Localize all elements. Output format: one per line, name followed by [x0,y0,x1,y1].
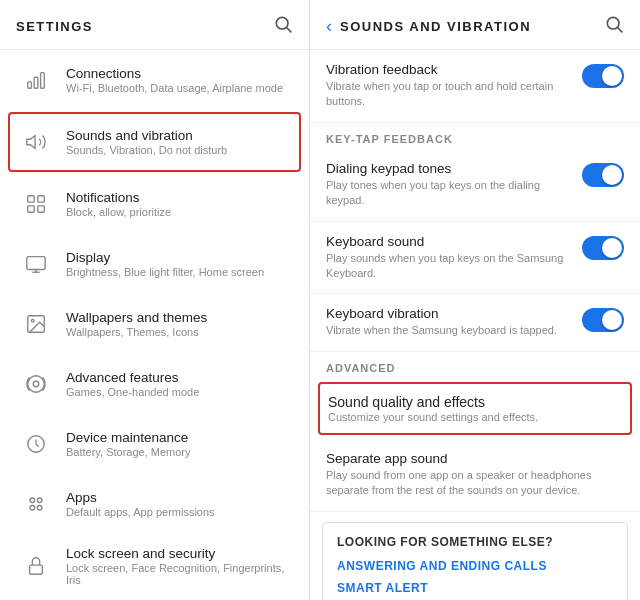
dialing-keypad-row[interactable]: Dialing keypad tones Play tones when you… [310,149,640,222]
vibration-feedback-row[interactable]: Vibration feedback Vibrate when you tap … [310,50,640,123]
left-header-title: SETTINGS [16,19,93,34]
keyboard-sound-text: Keyboard sound Play sounds when you tap … [326,234,582,282]
display-icon [18,246,54,282]
right-header-title: SOUNDS AND VIBRATION [340,19,531,34]
svg-line-1 [287,28,292,33]
svg-point-0 [276,17,288,29]
notifications-text: Notifications Block, allow, prioritize [66,190,171,218]
keyboard-vibration-text: Keyboard vibration Vibrate when the Sams… [326,306,582,338]
keyboard-vibration-title: Keyboard vibration [326,306,572,321]
maintenance-text: Device maintenance Battery, Storage, Mem… [66,430,191,458]
dialing-keypad-title: Dialing keypad tones [326,161,572,176]
looking-link2[interactable]: SMART ALERT [337,581,613,595]
sidebar-item-sounds[interactable]: Sounds and vibration Sounds, Vibration, … [8,112,301,172]
svg-point-19 [37,498,42,503]
sidebar-item-display[interactable]: Display Brightness, Blue light filter, H… [0,234,309,294]
right-header: ‹ SOUNDS AND VIBRATION [310,0,640,50]
keyboard-vibration-row[interactable]: Keyboard vibration Vibrate when the Sams… [310,294,640,351]
sound-quality-row[interactable]: Sound quality and effects Customize your… [318,382,632,435]
sidebar-item-wallpapers[interactable]: Wallpapers and themes Wallpapers, Themes… [0,294,309,354]
maintenance-subtitle: Battery, Storage, Memory [66,446,191,458]
sounds-text: Sounds and vibration Sounds, Vibration, … [66,128,227,156]
sidebar-item-notifications[interactable]: Notifications Block, allow, prioritize [0,174,309,234]
wallpapers-subtitle: Wallpapers, Themes, Icons [66,326,207,338]
maintenance-icon [18,426,54,462]
svg-point-16 [28,376,45,393]
vibration-feedback-subtitle: Vibrate when you tap or touch and hold c… [326,79,572,110]
maintenance-title: Device maintenance [66,430,191,445]
separate-app-row[interactable]: Separate app sound Play sound from one a… [310,439,640,512]
svg-rect-6 [28,196,34,202]
keyboard-sound-row[interactable]: Keyboard sound Play sounds when you tap … [310,222,640,295]
svg-rect-9 [38,206,44,212]
notifications-icon [18,186,54,222]
notifications-subtitle: Block, allow, prioritize [66,206,171,218]
connections-text: Connections Wi-Fi, Bluetooth, Data usage… [66,66,283,94]
connections-subtitle: Wi-Fi, Bluetooth, Data usage, Airplane m… [66,82,283,94]
looking-link1[interactable]: ANSWERING AND ENDING CALLS [337,559,613,573]
svg-rect-2 [28,82,32,88]
dialing-keypad-text: Dialing keypad tones Play tones when you… [326,161,582,209]
display-text: Display Brightness, Blue light filter, H… [66,250,264,278]
advanced-text: Advanced features Games, One-handed mode [66,370,199,398]
sound-icon [18,124,54,160]
connections-icon [18,62,54,98]
vibration-feedback-toggle[interactable] [582,64,624,88]
separate-app-title: Separate app sound [326,451,624,466]
sidebar-item-lockscreen[interactable]: Lock screen and security Lock screen, Fa… [0,534,309,598]
lockscreen-title: Lock screen and security [66,546,291,561]
right-search-icon[interactable] [604,14,624,39]
connections-title: Connections [66,66,283,81]
settings-list: Connections Wi-Fi, Bluetooth, Data usage… [0,50,309,600]
svg-rect-7 [38,196,44,202]
wallpapers-icon [18,306,54,342]
svg-rect-10 [27,257,45,270]
keyboard-sound-toggle[interactable] [582,236,624,260]
sounds-title: Sounds and vibration [66,128,227,143]
svg-point-23 [607,17,619,29]
notifications-title: Notifications [66,190,171,205]
sidebar-item-advanced[interactable]: Advanced features Games, One-handed mode [0,354,309,414]
sidebar-item-apps[interactable]: Apps Default apps, App permissions [0,474,309,534]
svg-point-18 [30,498,35,503]
vibration-feedback-title: Vibration feedback [326,62,572,77]
svg-line-24 [618,28,623,33]
sounds-subtitle: Sounds, Vibration, Do not disturb [66,144,227,156]
keyboard-sound-title: Keyboard sound [326,234,572,249]
keyboard-vibration-toggle[interactable] [582,308,624,332]
apps-subtitle: Default apps, App permissions [66,506,215,518]
svg-point-14 [31,319,34,322]
sidebar-item-maintenance[interactable]: Device maintenance Battery, Storage, Mem… [0,414,309,474]
dialing-keypad-toggle[interactable] [582,163,624,187]
display-subtitle: Brightness, Blue light filter, Home scre… [66,266,264,278]
svg-point-15 [33,381,39,387]
svg-rect-4 [41,73,45,89]
advanced-icon [18,366,54,402]
svg-rect-8 [28,206,34,212]
keyboard-vibration-subtitle: Vibrate when the Samsung keyboard is tap… [326,323,572,338]
sidebar-item-connections[interactable]: Connections Wi-Fi, Bluetooth, Data usage… [0,50,309,110]
sound-quality-title: Sound quality and effects [328,394,622,410]
keyboard-sound-subtitle: Play sounds when you tap keys on the Sam… [326,251,572,282]
wallpapers-title: Wallpapers and themes [66,310,207,325]
apps-icon [18,486,54,522]
advanced-subtitle: Games, One-handed mode [66,386,199,398]
display-title: Display [66,250,264,265]
svg-point-21 [37,505,42,510]
advanced-title: Advanced features [66,370,199,385]
back-button[interactable]: ‹ [326,16,332,37]
looking-title: LOOKING FOR SOMETHING ELSE? [337,535,613,549]
lockscreen-text: Lock screen and security Lock screen, Fa… [66,546,291,586]
left-header: SETTINGS [0,0,309,50]
svg-marker-5 [27,136,35,149]
svg-rect-22 [30,565,43,574]
right-content: Vibration feedback Vibrate when you tap … [310,50,640,600]
lockscreen-subtitle: Lock screen, Face Recognition, Fingerpri… [66,562,291,586]
apps-text: Apps Default apps, App permissions [66,490,215,518]
vibration-feedback-text: Vibration feedback Vibrate when you tap … [326,62,582,110]
advanced-section-label: ADVANCED [310,352,640,378]
wallpapers-text: Wallpapers and themes Wallpapers, Themes… [66,310,207,338]
keytap-section-label: KEY-TAP FEEDBACK [310,123,640,149]
left-search-icon[interactable] [273,14,293,39]
apps-title: Apps [66,490,215,505]
